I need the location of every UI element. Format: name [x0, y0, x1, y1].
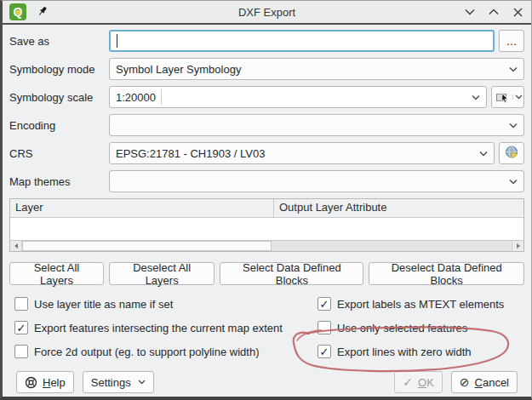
globe-icon [504, 145, 519, 163]
help-button[interactable]: Help [16, 371, 74, 393]
select-crs-button[interactable] [499, 142, 524, 164]
close-button[interactable] [511, 5, 524, 19]
layers-table-body[interactable] [10, 218, 523, 240]
checkbox-label: Use layer title as name if set [34, 298, 173, 311]
deselect-all-layers-button[interactable]: Deselect All Layers [109, 262, 215, 285]
help-icon [25, 376, 37, 389]
crs-value: EPSG:21781 - CH1903 / LV03 [116, 147, 265, 160]
maximize-button[interactable] [487, 5, 501, 19]
checkbox-label: Export lines with zero width [337, 346, 472, 358]
select-data-defined-blocks-button[interactable]: Select Data Defined Blocks [220, 262, 363, 285]
checkbox-export-lines-zero-width[interactable]: ✓ Export lines with zero width [317, 343, 524, 360]
settings-button[interactable]: Settings [83, 371, 154, 393]
checkbox-box[interactable] [14, 345, 28, 358]
crs-label: CRS [9, 147, 109, 160]
map-cursor-icon [492, 91, 512, 104]
checkbox-box[interactable]: ✓ [317, 345, 331, 358]
chevron-down-icon [138, 380, 146, 385]
text-caret [117, 34, 117, 48]
checkbox-use-only-selected-features[interactable]: Use only selected features [317, 319, 524, 336]
chevron-down-icon [468, 94, 480, 100]
symbology-scale-row: Symbology scale 1:20000 [9, 86, 524, 108]
chevron-down-icon [504, 123, 518, 129]
chevron-down-icon [504, 179, 518, 185]
checkbox-label: Force 2d output (eg. to support polyline… [34, 346, 259, 358]
save-as-label: Save as [9, 35, 109, 48]
scroll-left-arrow[interactable] [10, 241, 21, 251]
checkbox-export-labels-mtext[interactable]: ✓ Export labels as MTEXT elements [317, 295, 524, 312]
crs-select[interactable]: EPSG:21781 - CH1903 / LV03 [109, 142, 495, 164]
map-themes-select[interactable] [109, 170, 524, 192]
map-themes-row: Map themes [9, 170, 524, 192]
titlebar[interactable]: Q DXF Export [3, 1, 531, 25]
horizontal-scrollbar[interactable] [10, 240, 523, 251]
checkbox-box[interactable]: ✓ [14, 321, 28, 334]
save-as-input[interactable] [109, 30, 495, 52]
crs-row: CRS EPSG:21781 - CH1903 / LV03 [9, 142, 524, 164]
checkbox-use-layer-title[interactable]: Use layer title as name if set [14, 295, 317, 312]
chevron-down-icon [504, 66, 518, 72]
save-as-row: Save as … [9, 30, 524, 52]
checkbox-export-features-intersecting[interactable]: ✓ Export features intersecting the curre… [14, 319, 317, 336]
select-all-layers-button[interactable]: Select All Layers [9, 262, 104, 285]
chevron-down-icon[interactable] [512, 94, 523, 100]
checkbox-force-2d-output[interactable]: Force 2d output (eg. to support polyline… [14, 343, 317, 360]
deselect-data-defined-blocks-button[interactable]: Deselect Data Defined Blocks [369, 262, 524, 285]
layers-table: Layer Output Layer Attribute [9, 198, 524, 252]
map-themes-label: Map themes [9, 175, 109, 188]
encoding-row: Encoding [9, 114, 524, 136]
footer-bar: Help Settings ✓ OK ⊘ Cancel [9, 371, 524, 393]
symbology-mode-label: Symbology mode [9, 63, 109, 76]
column-header-output-layer-attribute: Output Layer Attribute [274, 199, 392, 217]
chevron-down-icon [474, 151, 488, 157]
encoding-label: Encoding [9, 119, 109, 132]
checkbox-box[interactable] [14, 297, 28, 311]
checkbox-label: Export labels as MTEXT elements [337, 298, 504, 311]
ok-button[interactable]: ✓ OK [394, 371, 443, 393]
cancel-button[interactable]: ⊘ Cancel [451, 371, 518, 393]
set-scale-from-canvas-button[interactable] [491, 86, 524, 108]
options-grid: Use layer title as name if set ✓ Export … [9, 295, 524, 360]
scrollbar-thumb[interactable] [22, 241, 272, 251]
checkbox-box[interactable] [317, 321, 331, 334]
symbology-mode-select[interactable]: Symbol Layer Symbology [109, 58, 524, 80]
minimize-button[interactable] [463, 5, 477, 19]
encoding-select[interactable] [109, 114, 524, 136]
scroll-right-arrow[interactable] [512, 241, 523, 251]
symbology-scale-combobox[interactable]: 1:20000 [109, 86, 487, 108]
checkbox-label: Use only selected features [337, 322, 467, 334]
symbology-scale-value: 1:20000 [116, 91, 156, 104]
dxf-export-dialog: Q DXF Export Save as … [0, 0, 532, 400]
cancel-icon: ⊘ [460, 375, 470, 389]
window-title: DXF Export [3, 6, 531, 19]
checkbox-label: Export features intersecting the current… [34, 322, 283, 334]
check-icon: ✓ [403, 375, 413, 389]
checkbox-box[interactable]: ✓ [317, 297, 331, 311]
browse-button[interactable]: … [499, 30, 524, 52]
column-header-layer: Layer [10, 199, 274, 217]
symbology-mode-value: Symbol Layer Symbology [116, 63, 241, 76]
symbology-scale-label: Symbology scale [9, 91, 109, 104]
selection-buttons-row: Select All Layers Deselect All Layers Se… [9, 262, 524, 285]
symbology-mode-row: Symbology mode Symbol Layer Symbology [9, 58, 524, 80]
